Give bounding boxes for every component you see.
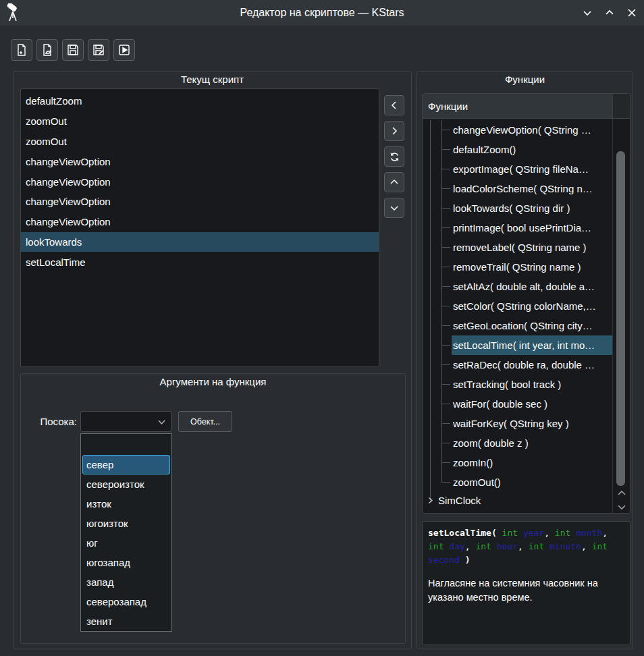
open-script-button[interactable] <box>36 39 58 61</box>
close-button[interactable] <box>624 5 640 21</box>
scroll-up-button[interactable] <box>617 489 626 497</box>
script-list-item[interactable]: zoomOut <box>21 132 379 152</box>
function-arguments-title: Аргументи на функция <box>21 376 405 387</box>
functions-group: Функции Функции changeViewOption( QStrin… <box>417 71 633 649</box>
direction-option[interactable] <box>82 435 170 455</box>
scrollbar-thumb[interactable] <box>616 151 625 486</box>
script-list-item[interactable]: lookTowards <box>21 232 379 252</box>
function-tree-item[interactable]: waitFor( double sec ) <box>423 394 612 414</box>
object-button[interactable]: Обект... <box>178 411 232 432</box>
function-tree-item[interactable]: changeViewOption( QString … <box>423 120 612 140</box>
code-token: , <box>581 541 587 551</box>
save-as-icon <box>92 43 105 57</box>
function-doc-panel: setLocalTime( int year, int month, int d… <box>422 521 630 645</box>
add-function-button[interactable] <box>384 95 404 115</box>
function-tree-item[interactable]: exportImage( QString fileNa… <box>423 159 612 179</box>
current-script-title: Текущ скрипт <box>14 74 411 85</box>
direction-option[interactable]: запад <box>82 572 170 592</box>
direction-option[interactable]: зенит <box>82 611 170 631</box>
chevron-right-icon <box>390 126 399 136</box>
function-signature: setLocalTime( int year, int month, int d… <box>428 526 624 567</box>
code-token: int <box>497 528 518 538</box>
direction-option[interactable]: югоизток <box>82 514 170 533</box>
simclock-tree-item[interactable]: SimClock <box>423 491 612 510</box>
direction-option[interactable]: северозапад <box>82 592 170 611</box>
scroll-down-button[interactable] <box>617 503 626 511</box>
maximize-button[interactable] <box>601 5 618 21</box>
move-up-button[interactable] <box>384 172 404 192</box>
functions-tree[interactable]: Функции changeViewOption( QString … defa… <box>422 93 630 514</box>
scrollbar-track <box>612 119 613 513</box>
function-tree-item[interactable]: setLocalTime( int year, int mo… <box>423 335 612 355</box>
chevron-up-icon <box>390 177 399 187</box>
function-tree-item-label: setTracking( bool track ) <box>452 375 612 394</box>
direction-option[interactable]: югозапад <box>82 553 170 572</box>
function-tree-item[interactable]: lookTowards( QString dir ) <box>423 198 612 218</box>
code-token: minute <box>544 541 581 551</box>
code-token: year <box>518 528 544 538</box>
direction-option[interactable]: юг <box>82 533 170 553</box>
minimize-button[interactable] <box>579 5 595 21</box>
new-script-button[interactable] <box>11 39 32 61</box>
expander-chevron-right-icon[interactable] <box>427 497 434 504</box>
script-list-item[interactable]: zoomOut <box>21 111 379 132</box>
code-token: , <box>465 541 471 551</box>
move-down-button[interactable] <box>384 198 404 218</box>
remove-function-button[interactable] <box>384 121 404 141</box>
function-tree-item-label: setLocalTime( int year, int mo… <box>452 335 612 355</box>
current-script-list[interactable]: defaultZoomzoomOutzoomOutchangeViewOptio… <box>20 88 379 367</box>
chevron-up-icon <box>617 489 626 497</box>
function-tree-item[interactable]: setTracking( bool track ) <box>423 375 612 394</box>
function-tree-item-label: defaultZoom() <box>452 140 612 159</box>
script-list-item[interactable]: changeViewOption <box>21 171 379 192</box>
code-token: int <box>587 541 608 551</box>
function-tree-item-label: setGeoLocation( QString city… <box>452 316 612 335</box>
function-tree-item-label: changeViewOption( QString … <box>452 120 612 140</box>
function-tree-item[interactable]: setAltAz( double alt, double a… <box>423 277 612 296</box>
titlebar[interactable]: Редактор на скриптове — KStars <box>0 0 644 26</box>
function-tree-item[interactable]: zoomOut() <box>423 472 612 492</box>
direction-option[interactable]: север <box>82 455 170 474</box>
function-tree-item[interactable]: zoom( double z ) <box>423 433 612 453</box>
function-tree-item[interactable]: setGeoLocation( QString city… <box>423 316 612 335</box>
save-script-as-button[interactable] <box>88 39 109 61</box>
code-token: ) <box>460 555 471 565</box>
direction-option[interactable]: североизток <box>82 474 170 494</box>
script-list-item[interactable]: changeViewOption <box>21 212 379 232</box>
function-tree-item[interactable]: removeTrail( QString name ) <box>423 257 612 277</box>
reload-button[interactable] <box>384 146 404 167</box>
simclock-label: SimClock <box>438 495 481 506</box>
function-tree-item[interactable]: setRaDec( double ra, double … <box>423 355 612 375</box>
function-tree-item[interactable]: waitForKey( QString key ) <box>423 414 612 433</box>
script-list-item[interactable]: defaultZoom <box>21 91 379 111</box>
function-tree-item[interactable]: setColor( QString colorName,… <box>423 296 612 316</box>
open-script-icon <box>41 43 54 57</box>
current-script-group: Текущ скрипт defaultZoomzoomOutzoomOutch… <box>13 71 412 649</box>
code-token: int <box>471 541 491 551</box>
code-token: hour <box>491 541 518 551</box>
code-token: second <box>428 555 460 565</box>
function-tree-item-label: setRaDec( double ra, double … <box>452 355 612 375</box>
script-list-item[interactable]: setLocalTime <box>21 252 379 272</box>
function-tree-item-label: setColor( QString colorName,… <box>452 296 612 316</box>
script-list-item[interactable]: changeViewOption <box>21 151 379 171</box>
save-script-button[interactable] <box>62 39 84 61</box>
function-tree-item[interactable]: printImage( bool usePrintDia… <box>423 218 612 238</box>
direction-combobox[interactable] <box>80 411 171 432</box>
function-tree-item[interactable]: zoomIn() <box>423 453 612 472</box>
function-tree-item[interactable]: defaultZoom() <box>423 140 612 159</box>
script-list-item[interactable]: changeViewOption <box>21 192 379 212</box>
direction-option[interactable]: изток <box>82 494 170 514</box>
function-arguments-group: Аргументи на функция Посока: Обект... се… <box>20 373 406 644</box>
window-title: Редактор на скриптове — KStars <box>0 0 644 26</box>
function-tree-item-label: waitFor( double sec ) <box>452 394 612 414</box>
new-script-icon <box>15 43 28 57</box>
functions-group-title: Функции <box>417 74 633 85</box>
chevron-up-icon <box>604 7 615 18</box>
direction-dropdown[interactable]: северсевероизтокизтокюгоизтокюгюгозападз… <box>80 433 172 632</box>
functions-tree-rows: changeViewOption( QString … defaultZoom(… <box>423 120 612 492</box>
function-tree-item[interactable]: loadColorScheme( QString n… <box>423 179 612 198</box>
run-script-button[interactable] <box>113 39 135 61</box>
reload-icon <box>390 152 400 162</box>
function-tree-item[interactable]: removeLabel( QString name ) <box>423 238 612 257</box>
